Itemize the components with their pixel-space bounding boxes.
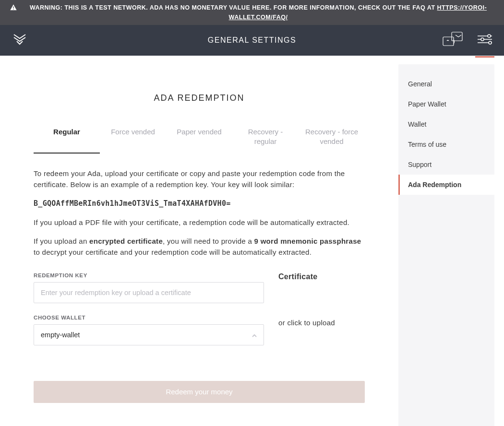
header-title: GENERAL SETTINGS [208, 36, 296, 45]
yoroi-logo-icon[interactable] [12, 32, 27, 49]
svg-point-7 [481, 38, 484, 41]
choose-wallet-label: CHOOSE WALLET [34, 315, 264, 320]
sidebar-item-support[interactable]: Support [398, 154, 494, 175]
tab-regular[interactable]: Regular [34, 122, 100, 154]
sidebar-item-terms-of-use[interactable]: Terms of use [398, 134, 494, 154]
instruction-p3: If you upload an encrypted certificate, … [34, 236, 365, 258]
main-panel: ADA REDEMPTION Regular Force vended Pape… [10, 64, 389, 426]
sliders-icon [478, 34, 492, 47]
content-layout: ADA REDEMPTION Regular Force vended Pape… [0, 56, 504, 426]
warning-triangle-icon [10, 4, 17, 12]
tab-recovery-force-vended[interactable]: Recovery - force vended [299, 122, 365, 154]
tab-recovery-regular[interactable]: Recovery - regular [232, 122, 299, 154]
sample-redemption-key: B_GQOAffMBeRIn6vh1hJmeOT3ViS_TmaT4XAHAfD… [34, 198, 365, 209]
certificate-title: Certificate [278, 272, 365, 281]
warning-message: WARNING: THIS IS A TEST NETWORK. ADA HAS… [30, 4, 437, 11]
tab-paper-vended[interactable]: Paper vended [166, 122, 232, 154]
svg-rect-3 [452, 32, 462, 41]
redemption-tabs: Regular Force vended Paper vended Recove… [34, 122, 365, 154]
redeem-button[interactable]: Redeem your money [34, 381, 365, 403]
active-nav-indicator [475, 56, 494, 58]
chevron-up-icon [252, 332, 257, 338]
redemption-key-label: REDEMPTION KEY [34, 272, 264, 278]
certificate-upload-zone[interactable]: Certificate or click to upload [278, 272, 365, 357]
form-row: REDEMPTION KEY CHOOSE WALLET empty-walle… [34, 272, 365, 357]
svg-point-5 [488, 35, 491, 37]
svg-point-9 [489, 41, 492, 44]
instruction-p1: To redeem your Ada, upload your certific… [34, 168, 365, 190]
sidebar-item-general[interactable]: General [398, 74, 494, 94]
warning-text: WARNING: THIS IS A TEST NETWORK. ADA HAS… [22, 3, 494, 22]
certificate-upload-hint: or click to upload [278, 319, 365, 327]
settings-sidebar: General Paper Wallet Wallet Terms of use… [398, 64, 494, 426]
wallet-select[interactable]: empty-wallet [34, 324, 264, 345]
svg-rect-0 [13, 6, 13, 8]
tab-force-vended[interactable]: Force vended [100, 122, 166, 154]
page-title: ADA REDEMPTION [34, 93, 365, 103]
test-network-warning-banner: WARNING: THIS IS A TEST NETWORK. ADA HAS… [0, 0, 504, 25]
redemption-key-field: REDEMPTION KEY [34, 272, 264, 303]
sidebar-item-wallet[interactable]: Wallet [398, 114, 494, 134]
instruction-p2: If you upload a PDF file with your certi… [34, 217, 365, 228]
instructions-block: To redeem your Ada, upload your certific… [34, 168, 365, 258]
sidebar-item-paper-wallet[interactable]: Paper Wallet [398, 94, 494, 114]
svg-rect-1 [13, 9, 13, 10]
redemption-key-input[interactable] [34, 282, 264, 303]
choose-wallet-field: CHOOSE WALLET empty-wallet [34, 315, 264, 345]
wallet-select-value: empty-wallet [41, 331, 80, 339]
settings-nav-item[interactable] [478, 34, 492, 47]
wallets-icon[interactable] [442, 30, 463, 50]
sidebar-item-ada-redemption[interactable]: Ada Redemption [398, 175, 494, 195]
svg-rect-2 [443, 37, 454, 46]
app-header: GENERAL SETTINGS [0, 25, 504, 56]
